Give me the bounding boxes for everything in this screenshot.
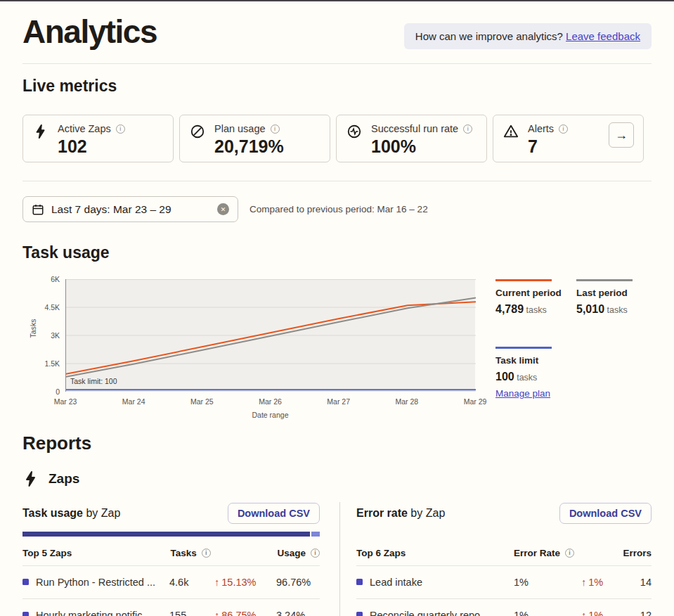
change-value: 15.13% (221, 577, 256, 588)
table-row: Hourly marketing notific... 155 ↑86.75% … (22, 599, 320, 616)
task-usage-chart: Tasks Task limit: 100 6K4.5K3K1.5K0 Mar … (22, 268, 652, 426)
error-rate-cell: 1% (514, 610, 581, 616)
column-header-errors: Errors (622, 548, 652, 558)
zap-name: Lead intake (370, 577, 422, 588)
error-rate-cell: 1% (514, 577, 581, 588)
reports-heading: Reports (22, 433, 652, 454)
task-usage-by-zap-panel: Task usage by Zap Download CSV Top 5 Zap… (22, 502, 339, 616)
change-cell: ↑15.13% (214, 577, 276, 588)
analytics-page: Analytics How can we improve analytics? … (0, 1, 674, 616)
zap-name: Hourly marketing notific... (36, 610, 151, 616)
info-icon[interactable]: i (463, 124, 472, 134)
zap-icon (33, 124, 48, 139)
zap-bullet-icon (356, 579, 363, 585)
task-limit-annotation: Task limit: 100 (70, 377, 117, 385)
date-range-picker[interactable]: Last 7 days: Mar 23 – 29 ✕ (22, 196, 238, 222)
usage-distribution-bar (22, 532, 320, 537)
panel-header: Task usage by Zap Download CSV (22, 502, 320, 525)
y-tick-label: 4.5K (22, 303, 60, 312)
feedback-banner: How can we improve analytics? Leave feed… (404, 23, 652, 49)
table-header-row: Top 5 Zaps Tasksi Usagei (22, 545, 320, 566)
manage-plan-link[interactable]: Manage plan (495, 388, 550, 399)
usage-cell: 96.76% (276, 577, 320, 588)
calendar-icon (32, 203, 44, 216)
metric-card-active-zaps: Active Zapsi 102 (22, 115, 174, 162)
task-usage-table: Top 5 Zaps Tasksi Usagei Run Python - Re… (22, 545, 320, 616)
y-tick-label: 6K (22, 275, 60, 283)
y-tick-label: 0 (22, 387, 60, 396)
increase-arrow-icon: ↑ (214, 610, 219, 616)
current-period-swatch (495, 279, 552, 281)
column-header-tasks: Tasksi (170, 548, 277, 558)
metric-label: Active Zaps (58, 123, 111, 134)
increase-arrow-icon: ↑ (581, 610, 586, 616)
date-range-value: Last 7 days: Mar 23 – 29 (51, 203, 210, 216)
info-icon[interactable]: i (202, 548, 211, 558)
panel-title: Task usage by Zap (22, 507, 120, 520)
x-tick-label: Mar 28 (395, 397, 418, 406)
slash-circle-icon (190, 124, 205, 139)
column-header-error-rate: Error Ratei (514, 548, 622, 558)
tasks-cell: 155 (169, 610, 214, 616)
live-metrics-heading: Live metrics (22, 77, 652, 95)
panel-title-rest: by Zap (83, 507, 120, 519)
panel-title: Error rate by Zap (356, 507, 445, 520)
metric-cards: Active Zapsi 102 Plan usagei 20,719% Suc… (22, 115, 652, 162)
zap-name-cell[interactable]: Reconcile quarterly repo... (356, 610, 514, 616)
task-limit-swatch (495, 347, 552, 349)
legend-unit: tasks (524, 305, 547, 315)
y-tick-label: 3K (22, 331, 60, 340)
legend-label: Current period (495, 288, 574, 298)
legend-value: 4,789 (495, 303, 524, 315)
zap-name-cell[interactable]: Lead intake (356, 577, 514, 588)
page-title: Analytics (22, 15, 157, 48)
metric-value: 7 (528, 136, 568, 157)
zap-name: Reconcile quarterly repo... (370, 610, 488, 616)
metric-card-alerts: Alertsi 7 → (493, 115, 644, 162)
table-row: Reconcile quarterly repo... 1% ↑1% 12 (356, 599, 652, 616)
zaps-group-label: Zaps (48, 471, 79, 487)
clear-date-filter-icon[interactable]: ✕ (217, 203, 229, 215)
info-icon[interactable]: i (559, 124, 568, 134)
change-value: 1% (588, 577, 603, 588)
error-rate-table: Top 6 Zaps Error Ratei Errors Lead intak… (356, 545, 652, 616)
errors-cell: 12 (622, 610, 652, 616)
x-tick-label: Mar 26 (259, 397, 282, 406)
zap-bullet-icon (22, 579, 29, 585)
leave-feedback-link[interactable]: Leave feedback (566, 30, 640, 42)
info-icon[interactable]: i (311, 548, 320, 558)
y-tick-label: 1.5K (22, 359, 60, 368)
info-icon[interactable]: i (116, 124, 125, 134)
zaps-group-header: Zaps (22, 468, 652, 489)
date-filter-row: Last 7 days: Mar 23 – 29 ✕ Compared to p… (22, 196, 652, 222)
metric-label: Successful run rate (371, 123, 458, 134)
table-row: Lead intake 1% ↑1% 14 (356, 566, 652, 599)
task-usage-heading: Task usage (22, 243, 652, 262)
increase-arrow-icon: ↑ (581, 577, 586, 588)
info-icon[interactable]: i (271, 124, 280, 134)
x-tick-label: Mar 29 (464, 397, 487, 406)
zap-bullet-icon (356, 612, 363, 616)
column-header-label: Usage (277, 548, 306, 558)
zap-name-cell[interactable]: Hourly marketing notific... (22, 610, 169, 616)
change-value: 1% (588, 610, 603, 616)
tasks-cell: 4.6k (169, 577, 214, 588)
task-usage-plot-svg (66, 279, 476, 392)
legend-label: Task limit (495, 355, 574, 366)
reports-grid: Task usage by Zap Download CSV Top 5 Zap… (22, 502, 652, 616)
download-csv-button[interactable]: Download CSV (559, 503, 652, 524)
download-csv-button[interactable]: Download CSV (228, 503, 320, 524)
x-tick-label: Mar 24 (122, 397, 145, 406)
column-header-usage: Usagei (277, 548, 320, 558)
metric-card-plan-usage: Plan usagei 20,719% (179, 115, 330, 162)
info-icon[interactable]: i (565, 548, 574, 558)
change-cell: ↑1% (581, 577, 622, 588)
table-row: Run Python - Restricted ... 4.6k ↑15.13%… (22, 566, 320, 599)
change-cell: ↑86.75% (214, 610, 276, 616)
zap-name-cell[interactable]: Run Python - Restricted ... (22, 577, 169, 588)
legend-task-limit: Task limit 100 tasks Manage plan (495, 347, 574, 399)
zap-bullet-icon (22, 612, 29, 616)
legend-unit: tasks (604, 305, 628, 315)
alerts-arrow-button[interactable]: → (609, 122, 634, 148)
header-divider (22, 63, 652, 64)
